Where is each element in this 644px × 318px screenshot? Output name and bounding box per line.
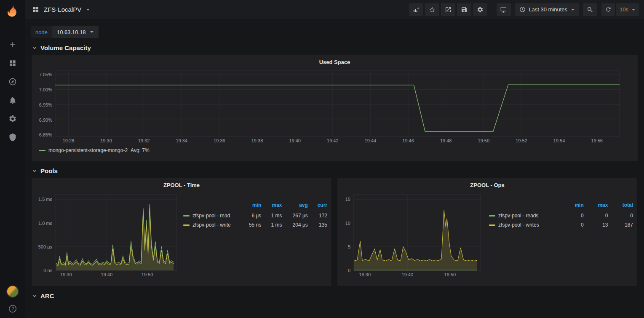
refresh-interval-button[interactable]: 10s: [616, 3, 639, 16]
chevron-down-icon: [32, 45, 37, 51]
y-tick-label: 1.5 ms: [38, 197, 53, 202]
sidebar-item-configuration[interactable]: [8, 115, 18, 123]
legend-series-name[interactable]: zfspv-pool - reads: [498, 213, 538, 219]
legend-value: 0: [584, 211, 608, 220]
series-line: [55, 85, 620, 131]
zpool-ops-chart[interactable]: 19:3019:4019:50151050: [341, 190, 485, 280]
row-header-volume-capacity[interactable]: Volume Capacity: [31, 38, 638, 55]
panel-title[interactable]: ZPOOL - Ops: [341, 181, 634, 190]
variable-value-dropdown[interactable]: 10.63.10.18: [52, 26, 99, 38]
time-range-label: Last 30 minutes: [529, 6, 567, 13]
zoom-out-time-button[interactable]: [583, 3, 597, 16]
legend-value: 0: [608, 211, 633, 220]
y-tick-label: 0: [348, 268, 350, 273]
legend-series-name[interactable]: mongo-persistent-storage-mongo-2: [48, 147, 128, 153]
legend-item[interactable]: mongo-persistent-storage-mongo-2Avg: 7%: [39, 147, 150, 153]
legend-row: zfspv-pool - writes013187: [489, 220, 633, 230]
sidebar-item-server-admin[interactable]: [8, 133, 18, 142]
user-avatar[interactable]: [6, 285, 19, 298]
y-tick-label: 1.0 ms: [38, 221, 53, 226]
grafana-app: ? ZFS-LocalPV: [0, 0, 644, 318]
plot-frame: [55, 71, 620, 136]
row-header-arc[interactable]: ARC: [31, 286, 638, 303]
plus-icon: [8, 40, 17, 49]
sidebar-bottom: ?: [6, 285, 19, 313]
share-icon: [445, 6, 452, 13]
legend-table: minmaxavgcurrzfspv-pool - read6 µs1 ms26…: [183, 201, 327, 230]
template-variable-node: node 10.63.10.18: [31, 26, 99, 38]
y-tick-label: 6.85%: [39, 132, 52, 137]
plot-frame: [55, 195, 176, 270]
submenu-row: node 10.63.10.18: [31, 26, 638, 38]
add-panel-icon: [413, 6, 420, 13]
panel-used-space: Used Space 19:2819:3019:3219:3419:3619:3…: [31, 55, 638, 161]
legend-column-header[interactable]: curr: [308, 201, 327, 211]
legend-column-spacer: [489, 201, 561, 211]
chevron-down-icon: [632, 9, 635, 11]
x-tick-label: 19:48: [440, 138, 452, 143]
legend-column-header[interactable]: min: [561, 201, 584, 211]
x-tick-label: 19:40: [289, 138, 301, 143]
legend-column-header[interactable]: min: [239, 201, 261, 211]
sidebar-item-dashboards[interactable]: [8, 59, 18, 67]
legend-value: 187: [608, 220, 633, 230]
row-title: Volume Capacity: [40, 44, 91, 51]
x-tick-label: 19:42: [327, 138, 339, 143]
panel-title[interactable]: Used Space: [35, 58, 634, 67]
star-dashboard-button[interactable]: [425, 3, 439, 16]
cycle-view-mode-button[interactable]: [497, 3, 511, 16]
legend-column-header[interactable]: total: [608, 201, 633, 211]
used-space-legend: mongo-persistent-storage-mongo-2Avg: 7%: [39, 147, 634, 153]
refresh-picker[interactable]: 10s: [601, 3, 639, 16]
legend-column-header[interactable]: avg: [282, 201, 308, 211]
shield-icon: [8, 133, 17, 142]
x-tick-label: 19:40: [402, 272, 414, 277]
legend-column-header[interactable]: max: [584, 201, 608, 211]
grafana-logo[interactable]: [0, 0, 25, 22]
zpool-time-legend: minmaxavgcurrzfspv-pool - read6 µs1 ms26…: [179, 190, 328, 230]
x-tick-label: 19:30: [60, 272, 72, 277]
grafana-flame-icon: [5, 4, 20, 18]
x-tick-label: 19:46: [402, 138, 414, 143]
panel-zpool-time: ZPOOL - Time 19:3019:4019:501.5 ms1.0 ms…: [31, 178, 332, 286]
x-tick-label: 19:38: [251, 138, 263, 143]
sidebar-item-explore[interactable]: [8, 77, 18, 86]
row-title: Pools: [40, 167, 58, 174]
sidebar-item-alerting[interactable]: [8, 96, 18, 104]
bell-icon: [8, 96, 17, 104]
x-tick-label: 19:50: [444, 272, 456, 277]
legend-series-name[interactable]: zfspv-pool - read: [192, 213, 230, 219]
chevron-down-icon: [32, 168, 37, 174]
add-panel-button[interactable]: [409, 3, 423, 16]
panel-actions-group: [409, 3, 487, 16]
y-tick-label: 10: [345, 221, 350, 226]
legend-value: 0: [561, 211, 584, 220]
legend-series-name[interactable]: zfspv-pool - writes: [498, 222, 539, 228]
legend-value: 13: [584, 220, 608, 230]
sidebar-nav: [8, 40, 18, 142]
share-dashboard-button[interactable]: [441, 3, 455, 16]
legend-value: 172: [308, 211, 327, 220]
dashboard-settings-button[interactable]: [473, 3, 487, 16]
main-area: ZFS-LocalPV: [25, 0, 644, 318]
sidebar-item-create[interactable]: [8, 40, 18, 49]
legend-value: 1 ms: [261, 211, 282, 220]
sidebar-item-help[interactable]: ?: [8, 305, 18, 313]
used-space-chart[interactable]: 19:2819:3019:3219:3419:3619:3819:4019:42…: [35, 67, 634, 146]
y-tick-label: 7.05%: [39, 72, 52, 77]
svg-text:?: ?: [11, 307, 14, 311]
refresh-now-button[interactable]: [601, 3, 615, 16]
save-dashboard-button[interactable]: [457, 3, 471, 16]
time-range-picker[interactable]: Last 30 minutes: [515, 3, 579, 16]
star-icon: [429, 6, 436, 13]
row-header-pools[interactable]: Pools: [31, 161, 638, 178]
panel-title[interactable]: ZPOOL - Time: [35, 181, 328, 190]
dashboard-title-button[interactable]: ZFS-LocalPV: [32, 6, 90, 13]
series-color-swatch: [489, 215, 495, 216]
x-tick-label: 19:44: [365, 138, 377, 143]
legend-stat: Avg: 7%: [131, 147, 149, 153]
gear-icon: [477, 6, 484, 13]
zpool-time-chart[interactable]: 19:3019:4019:501.5 ms1.0 ms500 µs0 ns: [35, 190, 179, 280]
legend-column-header[interactable]: max: [261, 201, 282, 211]
legend-series-name[interactable]: zfspv-pool - write: [192, 222, 231, 228]
